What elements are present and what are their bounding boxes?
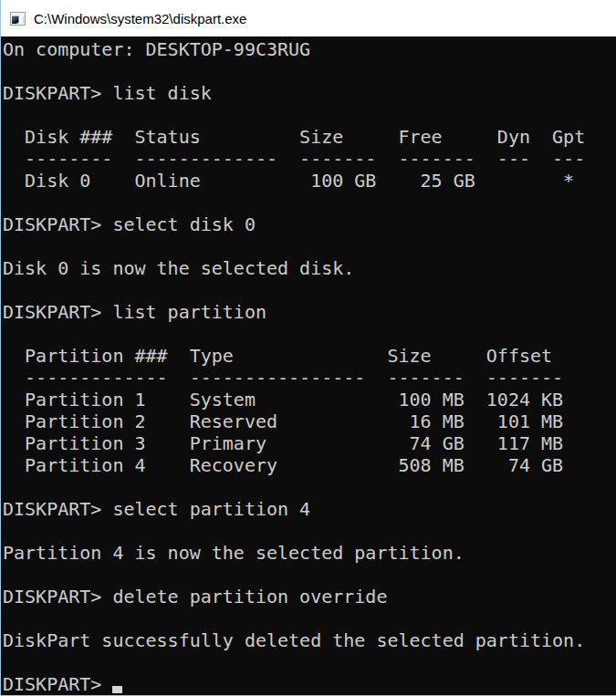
console-line-blank (3, 60, 616, 82)
console-line-computer: On computer: DESKTOP-99C3RUG (3, 38, 616, 60)
console-line-msg-disk-selected: Disk 0 is now the selected disk. (3, 257, 616, 279)
console-line-blank (3, 651, 616, 673)
console-line-blank (3, 235, 616, 257)
partition-table-row: Partition 3 Primary 74 GB 117 MB (3, 432, 616, 454)
partition-table-row: Partition 4 Recovery 508 MB 74 GB (3, 454, 616, 476)
disk-table-row: Disk 0 Online 100 GB 25 GB * (3, 170, 616, 192)
partition-table-row: Partition 2 Reserved 16 MB 101 MB (3, 410, 616, 432)
console-line-blank (3, 323, 616, 345)
console-line-cmd-list-disk: DISKPART> list disk (3, 82, 616, 104)
console-line-blank (3, 608, 616, 629)
console-line-blank (3, 564, 616, 586)
console-output-area[interactable]: On computer: DESKTOP-99C3RUG DISKPART> l… (1, 36, 616, 695)
disk-table-divider: -------- ------------- ------- ------- -… (3, 148, 616, 170)
console-line-msg-partition-selected: Partition 4 is now the selected partitio… (3, 542, 616, 564)
diskpart-console-window: C:\Windows\system32\diskpart.exe On comp… (0, 0, 616, 696)
console-line-msg-delete-success: DiskPart successfully deleted the select… (3, 629, 616, 651)
console-line-blank (3, 520, 616, 542)
console-line-cmd-select-disk: DISKPART> select disk 0 (3, 213, 616, 235)
text-cursor (112, 686, 122, 693)
partition-table-header: Partition ### Type Size Offset (3, 345, 616, 367)
partition-table-divider: ------------- ---------------- ------- -… (3, 367, 616, 389)
window-title: C:\Windows\system32\diskpart.exe (34, 11, 246, 26)
console-line-blank (3, 104, 616, 126)
console-line-blank (3, 476, 616, 498)
console-line-cmd-delete-partition: DISKPART> delete partition override (3, 586, 616, 608)
console-line-cmd-list-partition: DISKPART> list partition (3, 301, 616, 323)
window-titlebar[interactable]: C:\Windows\system32\diskpart.exe (1, 0, 616, 36)
partition-table-row: Partition 1 System 100 MB 1024 KB (3, 389, 616, 410)
console-window-icon (10, 11, 26, 26)
console-line-blank (3, 279, 616, 301)
console-prompt-line[interactable]: DISKPART> (3, 673, 616, 695)
console-line-cmd-select-partition: DISKPART> select partition 4 (3, 498, 616, 520)
console-line-blank (3, 192, 616, 213)
disk-table-header: Disk ### Status Size Free Dyn Gpt (3, 126, 616, 148)
